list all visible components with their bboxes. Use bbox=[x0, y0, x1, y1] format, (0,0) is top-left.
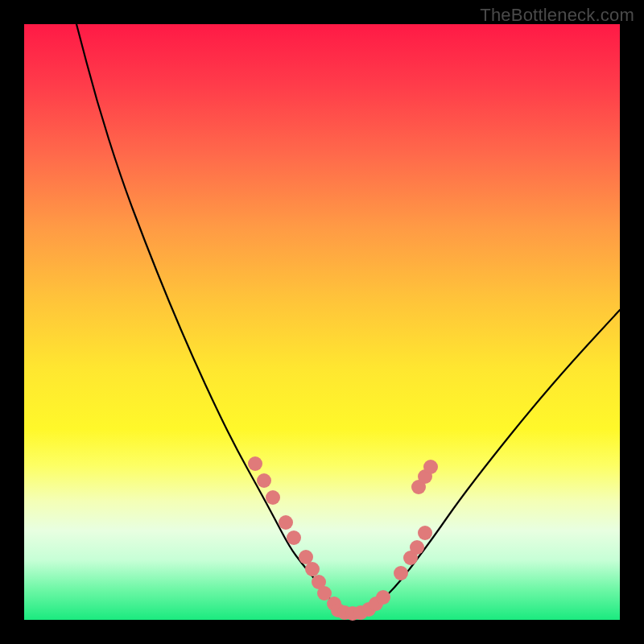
left-curve bbox=[76, 24, 354, 613]
data-dot bbox=[394, 566, 408, 580]
data-dot bbox=[376, 590, 390, 605]
data-dot bbox=[279, 515, 293, 530]
data-dot bbox=[410, 540, 424, 555]
data-dot bbox=[305, 562, 320, 576]
data-dot bbox=[257, 473, 271, 488]
chart-frame: TheBottleneck.com bbox=[0, 0, 644, 644]
data-dot bbox=[287, 530, 301, 545]
data-dot bbox=[418, 526, 432, 540]
watermark-text: TheBottleneck.com bbox=[480, 5, 634, 26]
dots-group bbox=[248, 456, 438, 621]
curve-svg bbox=[24, 24, 620, 620]
plot-area bbox=[24, 24, 620, 620]
data-dot bbox=[423, 460, 438, 474]
curves-group bbox=[76, 24, 620, 614]
data-dot bbox=[266, 490, 280, 505]
data-dot bbox=[248, 456, 262, 471]
